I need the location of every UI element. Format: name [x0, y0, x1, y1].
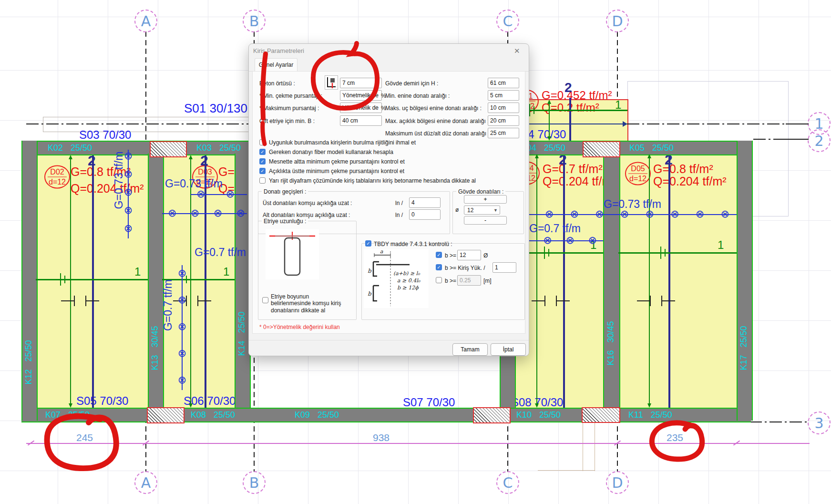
- maks-uc-bolgesi-input[interactable]: [488, 103, 519, 113]
- load-text-g-d01: G=0.452 tf/m²: [542, 89, 612, 102]
- beam-size: 25/50: [68, 410, 90, 420]
- beam-name: K02: [48, 143, 63, 153]
- load-line-label: G=0.73 tf/m: [165, 177, 223, 190]
- tan-line: [538, 470, 595, 471]
- ust-donati-uzat-input[interactable]: [409, 197, 441, 208]
- maksimum-pursantaj-input[interactable]: [340, 103, 382, 113]
- field-prefix: ln /: [395, 200, 403, 206]
- beam-name: K12: [24, 370, 33, 385]
- axis-line-2-end: [786, 139, 809, 140]
- beam-size: 25/50: [652, 143, 674, 153]
- govde-dia-select[interactable]: 12▼: [464, 206, 500, 215]
- column-bottom-D: [582, 407, 620, 423]
- load-symbol-icon: ⊗: [236, 208, 245, 218]
- tab-genel-ayarlar[interactable]: Genel Ayarlar: [255, 58, 298, 72]
- tbdy-b2-input[interactable]: [492, 262, 516, 273]
- grid-label: B: [249, 474, 259, 491]
- beam-label-k11: K1125/50: [628, 410, 672, 420]
- button-divider: [249, 340, 529, 340]
- checkbox-tbdy[interactable]: ✓: [365, 240, 371, 247]
- beam-size: 25/50: [318, 410, 339, 420]
- group-title: Donatı geçişleri :: [262, 188, 308, 195]
- maks-ust-alt-duz-input[interactable]: [488, 128, 519, 138]
- cancel-button[interactable]: İptal: [491, 343, 526, 356]
- checkbox-tbdy-b2[interactable]: ✓: [436, 264, 442, 270]
- checkbox-aciklik-ustte[interactable]: ✓: [259, 168, 266, 174]
- checkbox-tbdy-b3[interactable]: [436, 277, 442, 283]
- tbdy-sketch: a b b (a+b) ≥ l₀ a ≥ 0.4l₀ b ≥ 12ϕ: [364, 249, 429, 308]
- govde-remove-button[interactable]: -: [464, 216, 507, 225]
- field-label: b >=: [445, 278, 456, 284]
- section-1-line: [36, 279, 148, 280]
- alt-donati-uzat-input[interactable]: [409, 209, 441, 220]
- load-text-q-d04: Q=0.204 tf/m²: [543, 175, 603, 188]
- beam-size: 25/50: [739, 326, 749, 347]
- field-label: Min. enine donatı aralığı :: [385, 93, 450, 99]
- beam-name: K03: [196, 143, 212, 153]
- tbdy-b1-input[interactable]: [457, 250, 481, 260]
- section-2-line: [92, 154, 94, 408]
- govde-add-button[interactable]: +: [464, 195, 507, 204]
- load-symbol-icon: ⊗: [696, 209, 704, 219]
- beton-ortusu-input[interactable]: [340, 78, 382, 88]
- load-line-label: G=0.7 tf/m: [162, 279, 174, 331]
- column-top-A: [150, 141, 187, 157]
- ok-button[interactable]: Tamam: [452, 343, 488, 356]
- section-cut-tick: [59, 272, 68, 287]
- dialog-footnote: * 0=>Yönetmelik değerini kullan: [259, 324, 340, 330]
- field-label: Maksimum üst düz/alt düz donatı aralığı …: [385, 130, 490, 137]
- load-symbol-icon: ⊗: [565, 235, 574, 246]
- min-cekme-pursantaji-input[interactable]: [340, 90, 382, 101]
- sketch-label-b: b: [368, 267, 371, 274]
- beam-name: K05: [629, 143, 645, 153]
- section-1-line: [618, 252, 737, 254]
- checkbox-label: Uygunluk burulmasında kirişlerin burulma…: [269, 139, 416, 146]
- load-symbol-icon: ⊗: [570, 209, 578, 219]
- beam-name: K17: [739, 355, 749, 370]
- checkbox-yari-rijit[interactable]: [259, 177, 266, 184]
- field-label: Çift etriye için min. B :: [259, 118, 315, 124]
- load-symbol-icon: ⊗: [620, 209, 629, 219]
- load-symbol-icon: ⊗: [670, 209, 679, 219]
- load-symbol-icon: ⊗: [168, 208, 176, 218]
- min-enine-donati-input[interactable]: [488, 90, 519, 101]
- beam-label-k14: K1425/50: [237, 311, 247, 356]
- beam-size: 25/50: [219, 143, 241, 153]
- close-icon[interactable]: ✕: [514, 47, 520, 55]
- checkbox-fiber-model[interactable]: ✓: [259, 149, 266, 155]
- section-2-line: [563, 154, 565, 408]
- load-symbol-icon: ⊗: [178, 347, 186, 360]
- grid-label: D: [612, 13, 623, 30]
- cift-etriye-input[interactable]: [340, 115, 382, 126]
- sketch-formula: a ≥ 0.4l₀: [397, 278, 420, 284]
- max-aciklik-bolgesi-input[interactable]: [488, 115, 519, 126]
- load-symbol-icon: ⊗: [178, 320, 186, 333]
- load-symbol-icon: ⊗: [178, 267, 186, 279]
- load-bubble-d02: D02d=12: [44, 165, 70, 189]
- load-symbol-icon: ⊗: [545, 209, 554, 219]
- slab-label-s03: S03 70/30: [79, 128, 131, 142]
- etriye-sketch: [266, 229, 319, 279]
- section-cut-mark: [636, 295, 676, 307]
- bubble-dia: d=12: [628, 174, 647, 184]
- slab-label-s01: S01 30/130: [184, 101, 247, 116]
- bubble-dia: d=12: [48, 177, 67, 187]
- section-cut-mark: [531, 295, 571, 307]
- beam-label-k16: K1630/45: [606, 321, 616, 365]
- grid-bubble-A-bottom: A: [134, 471, 157, 494]
- slab-label-s05: S05 70/30: [76, 394, 128, 408]
- checkbox-burulma[interactable]: [259, 139, 266, 145]
- checkbox-tbdy-b1[interactable]: ✓: [436, 252, 442, 258]
- span-direction-arrow: [536, 156, 537, 405]
- checkbox-mesnet-altta[interactable]: ✓: [259, 158, 266, 165]
- grid-label: A: [141, 13, 151, 30]
- checkbox-etriye-komsu[interactable]: [262, 297, 268, 303]
- beam-axis-line: [522, 123, 624, 124]
- govde-demiri-h-input[interactable]: [488, 78, 519, 88]
- load-symbol-icon: ⊗: [645, 209, 654, 219]
- column-bottom-A: [147, 407, 185, 423]
- load-symbol-icon: ⊗: [196, 189, 205, 199]
- tbdy-b3-input[interactable]: [457, 275, 481, 286]
- sketch-formula: (a+b) ≥ l₀: [393, 270, 420, 277]
- beam-size: 25/50: [539, 410, 561, 420]
